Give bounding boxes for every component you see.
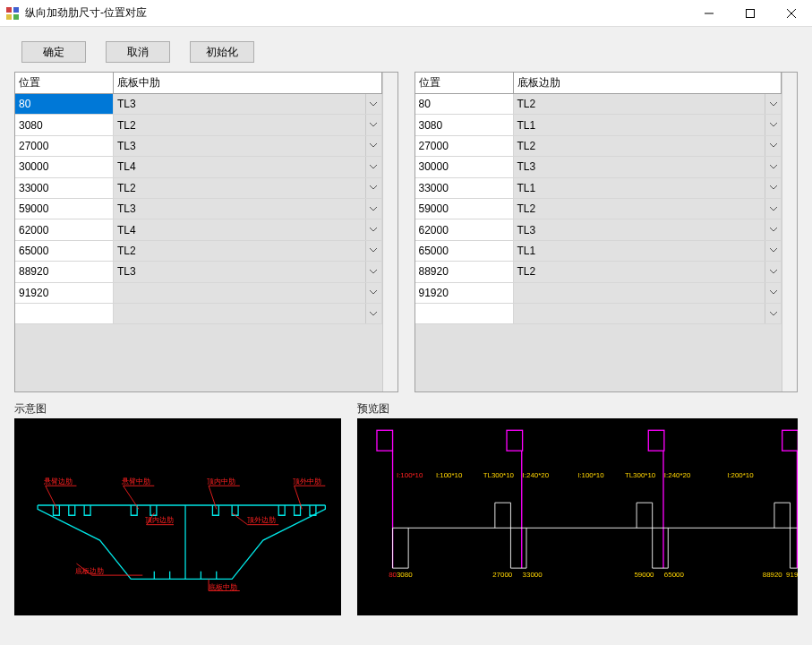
pos-cell[interactable]: 88920 — [15, 262, 114, 281]
combo-cell[interactable]: TL3 — [114, 94, 382, 114]
chevron-down-icon[interactable] — [765, 157, 781, 176]
chevron-down-icon[interactable] — [765, 262, 781, 281]
combo-value: TL3 — [114, 137, 365, 155]
pos-cell[interactable]: 91920 — [15, 283, 114, 303]
combo-cell[interactable]: TL3 — [514, 157, 782, 176]
combo-cell[interactable]: TL2 — [114, 115, 382, 134]
combo-cell[interactable]: TL2 — [514, 94, 782, 114]
close-button[interactable] — [771, 0, 812, 27]
pos-cell[interactable]: 65000 — [15, 241, 114, 261]
pos-cell[interactable]: 88920 — [415, 262, 514, 281]
pos-cell[interactable]: 80 — [15, 94, 114, 114]
init-button[interactable]: 初始化 — [190, 41, 254, 63]
combo-cell[interactable]: TL4 — [114, 219, 382, 239]
chevron-down-icon[interactable] — [365, 178, 381, 198]
svg-text:59000: 59000 — [634, 571, 654, 579]
table-row: 3080TL2 — [15, 115, 382, 135]
combo-cell[interactable]: TL4 — [114, 157, 382, 176]
chevron-down-icon[interactable] — [365, 94, 381, 114]
svg-text:I:100*10: I:100*10 — [577, 471, 604, 479]
combo-cell[interactable]: TL3 — [114, 262, 382, 281]
right-scrollbar[interactable] — [782, 73, 797, 391]
chevron-down-icon[interactable] — [365, 241, 381, 261]
chevron-down-icon[interactable] — [765, 219, 781, 239]
pos-cell[interactable]: 59000 — [15, 199, 114, 219]
chevron-down-icon[interactable] — [765, 199, 781, 219]
combo-value: TL3 — [514, 158, 765, 176]
right-grid-header: 位置 底板边肋 — [415, 73, 782, 94]
combo-value: TL4 — [114, 158, 365, 176]
pos-cell[interactable]: 33000 — [15, 178, 114, 198]
combo-cell[interactable]: TL1 — [514, 178, 782, 198]
pos-cell[interactable]: 65000 — [415, 241, 514, 261]
pos-cell[interactable]: 33000 — [415, 178, 514, 198]
chevron-down-icon[interactable] — [765, 136, 781, 156]
chevron-down-icon[interactable] — [365, 304, 381, 323]
combo-cell[interactable]: TL3 — [114, 136, 382, 156]
right-header-val[interactable]: 底板边肋 — [514, 73, 782, 94]
chevron-down-icon[interactable] — [365, 283, 381, 303]
combo-value: TL3 — [114, 200, 365, 218]
table-row: 30000TL4 — [15, 157, 382, 177]
combo-cell[interactable]: TL1 — [514, 241, 782, 261]
right-header-pos[interactable]: 位置 — [415, 73, 514, 94]
pos-cell[interactable] — [415, 304, 514, 323]
chevron-down-icon[interactable] — [765, 304, 781, 323]
combo-cell[interactable]: TL2 — [514, 136, 782, 156]
pos-cell[interactable]: 3080 — [415, 115, 514, 134]
cancel-button[interactable]: 取消 — [106, 41, 170, 63]
chevron-down-icon[interactable] — [765, 241, 781, 261]
combo-cell[interactable]: TL3 — [114, 199, 382, 219]
pos-cell[interactable]: 62000 — [415, 219, 514, 239]
chevron-down-icon[interactable] — [765, 94, 781, 114]
svg-rect-16 — [377, 430, 393, 451]
combo-cell[interactable] — [514, 304, 782, 323]
svg-text:I:100*10: I:100*10 — [436, 471, 463, 479]
chevron-down-icon[interactable] — [765, 115, 781, 134]
svg-text:TL300*10: TL300*10 — [625, 471, 656, 479]
minimize-button[interactable] — [688, 0, 730, 27]
combo-value: TL2 — [514, 200, 765, 218]
combo-cell[interactable]: TL2 — [114, 241, 382, 261]
left-header-val[interactable]: 底板中肋 — [114, 73, 382, 94]
chevron-down-icon[interactable] — [765, 283, 781, 303]
preview-canvas: I:100*10 I:100*10 TL300*10 I:240*20 I:10… — [357, 418, 798, 615]
table-row: 33000TL2 — [15, 178, 382, 199]
combo-value: TL4 — [114, 221, 365, 239]
maximize-button[interactable] — [730, 0, 771, 27]
svg-rect-0 — [6, 7, 12, 13]
combo-cell[interactable]: TL2 — [114, 178, 382, 198]
pos-cell[interactable]: 62000 — [15, 219, 114, 239]
left-scrollbar[interactable] — [382, 73, 397, 391]
svg-text:顶内中肋: 顶内中肋 — [207, 477, 235, 486]
combo-cell[interactable]: TL1 — [514, 115, 782, 134]
pos-cell[interactable]: 3080 — [15, 115, 114, 134]
ok-button[interactable]: 确定 — [21, 41, 86, 63]
pos-cell[interactable]: 30000 — [15, 157, 114, 176]
pos-cell[interactable]: 27000 — [415, 136, 514, 156]
titlebar: 纵向加劲肋尺寸-位置对应 — [0, 0, 812, 27]
pos-cell[interactable] — [15, 304, 114, 323]
chevron-down-icon[interactable] — [365, 262, 381, 281]
chevron-down-icon[interactable] — [365, 219, 381, 239]
pos-cell[interactable]: 30000 — [415, 157, 514, 176]
chevron-down-icon[interactable] — [365, 199, 381, 219]
chevron-down-icon[interactable] — [765, 178, 781, 198]
pos-cell[interactable]: 91920 — [415, 283, 514, 303]
table-row: 88920TL2 — [415, 262, 782, 282]
combo-cell[interactable] — [514, 283, 782, 303]
combo-cell[interactable]: TL2 — [514, 262, 782, 281]
left-header-pos[interactable]: 位置 — [15, 73, 114, 94]
combo-cell[interactable]: TL2 — [514, 199, 782, 219]
pos-cell[interactable]: 59000 — [415, 199, 514, 219]
svg-rect-5 — [747, 9, 755, 17]
chevron-down-icon[interactable] — [365, 136, 381, 156]
chevron-down-icon[interactable] — [365, 157, 381, 176]
preview-panel: 预览图 I:100*10 — [357, 401, 798, 615]
pos-cell[interactable]: 80 — [415, 94, 514, 114]
combo-cell[interactable] — [114, 304, 382, 323]
combo-cell[interactable] — [114, 283, 382, 303]
pos-cell[interactable]: 27000 — [15, 136, 114, 156]
combo-cell[interactable]: TL3 — [514, 219, 782, 239]
chevron-down-icon[interactable] — [365, 115, 381, 134]
